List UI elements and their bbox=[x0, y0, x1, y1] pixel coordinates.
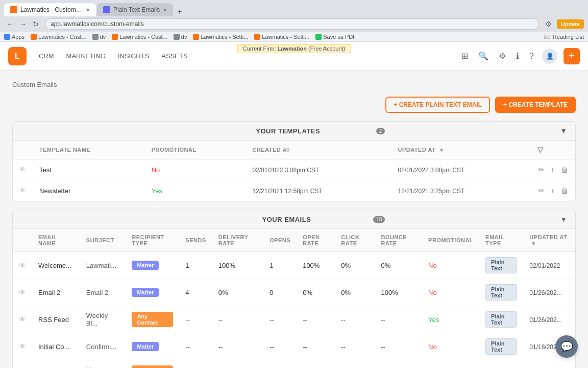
bookmark-save-pdf[interactable]: Save as PDF bbox=[315, 34, 356, 40]
recipient-type-cell: Any Contact bbox=[132, 365, 173, 368]
bookmark-lawmatics1[interactable]: Lawmatics - Cust... bbox=[31, 34, 86, 40]
help-icon-btn[interactable]: ? bbox=[527, 50, 536, 63]
browser-chrome: Lawmatics - Custom Emails ✕ Plain Text E… bbox=[0, 0, 588, 32]
visibility-icon[interactable]: 👁 bbox=[19, 187, 26, 195]
reading-list-label: Reading List bbox=[553, 34, 584, 40]
recipient-type-cell: Any Contact bbox=[132, 312, 173, 327]
new-tab-button[interactable]: + bbox=[174, 7, 185, 16]
edit-button[interactable]: ✏ bbox=[537, 165, 546, 175]
sends-cell: -- bbox=[185, 343, 190, 351]
settings-icon-btn[interactable]: ⚙ bbox=[497, 49, 508, 63]
emails-collapse-button[interactable]: ▼ bbox=[560, 215, 567, 223]
bookmark-lawmatics4[interactable]: Lawmatics - Setti... bbox=[254, 34, 309, 40]
tab-close-2[interactable]: ✕ bbox=[163, 7, 167, 13]
recipient-type-cell: Matter bbox=[132, 288, 159, 297]
created-at-cell: 02/01/2022 3:08pm CST bbox=[252, 167, 319, 174]
tab-close-1[interactable]: ✕ bbox=[86, 7, 90, 13]
header-actions: ⊞ 🔍 ⚙ ℹ ? 👤 + bbox=[459, 48, 580, 64]
promotional-em-cell: No bbox=[428, 343, 437, 351]
browser-actions: ⚙ Update bbox=[543, 19, 584, 29]
opens-cell: -- bbox=[270, 316, 274, 324]
visibility-icon[interactable]: 👁 bbox=[19, 342, 26, 351]
refresh-button[interactable]: ↻ bbox=[31, 19, 41, 29]
firm-banner-prefix: Current Firm: bbox=[243, 45, 276, 52]
th-vis-em bbox=[13, 229, 32, 252]
create-plain-text-button[interactable]: + CREATE PLAIN TEXT EMAIL bbox=[385, 97, 490, 113]
bookmark-dv1[interactable]: dv bbox=[92, 34, 106, 40]
reading-list-icon: 📖 bbox=[544, 33, 551, 40]
reading-list-button[interactable]: 📖 Reading List bbox=[544, 33, 584, 40]
th-vis-tpl bbox=[13, 141, 33, 159]
url-bar[interactable]: app.lawmatics.com/custom-emails bbox=[45, 18, 539, 30]
templates-section: YOUR TEMPLATES 2 ▼ TEMPLATE NAME PROMOTI… bbox=[12, 121, 576, 201]
main-nav: CRM MARKETING INSIGHTS ASSETS bbox=[39, 50, 188, 62]
create-template-button[interactable]: + CREATE TEMPLATE bbox=[495, 97, 576, 113]
table-row: 👁 Email 2 Email 2 Matter 4 0% 0 0% 0% 10… bbox=[13, 279, 575, 306]
edit-button[interactable]: ✏ bbox=[537, 186, 546, 196]
open-rate-cell: -- bbox=[303, 343, 307, 351]
templates-collapse-button[interactable]: ▼ bbox=[560, 127, 567, 135]
th-promotional-em: PROMOTIONAL bbox=[422, 229, 479, 252]
bounce-rate-cell: -- bbox=[381, 343, 385, 351]
tab-1[interactable]: Lawmatics - Custom Emails ✕ bbox=[4, 3, 96, 16]
delivery-rate-cell: 100% bbox=[218, 262, 235, 269]
chat-widget[interactable]: 💬 bbox=[555, 335, 578, 358]
copy-button[interactable]: + bbox=[550, 165, 556, 175]
bookmark-lawmatics2[interactable]: Lawmatics - Cust... bbox=[112, 34, 167, 40]
visibility-icon[interactable]: 👁 bbox=[19, 261, 26, 269]
subject-cell: Email 2 bbox=[86, 289, 108, 296]
promotional-cell: Yes bbox=[152, 187, 162, 195]
subject-cell: Happy Ho... bbox=[86, 365, 106, 368]
visibility-icon[interactable]: 👁 bbox=[19, 315, 26, 324]
bookmark-icon-4 bbox=[254, 34, 260, 40]
app-header: Current Firm: Lawmation (Free Account) L… bbox=[0, 42, 588, 71]
emails-section: YOUR EMAILS 18 ▼ EMAIL NAME SUBJECT RECI… bbox=[12, 210, 576, 368]
forward-button[interactable]: → bbox=[17, 19, 29, 29]
page-content: Custom Emails + CREATE PLAIN TEXT EMAIL … bbox=[0, 71, 588, 368]
th-email-name: EMAIL NAME bbox=[32, 229, 80, 252]
click-rate-cell: 0% bbox=[341, 262, 351, 269]
bounce-rate-cell: 0% bbox=[381, 262, 390, 269]
open-rate-cell: 100% bbox=[303, 262, 320, 269]
th-open-rate: OPEN RATE bbox=[297, 229, 335, 252]
nav-assets[interactable]: ASSETS bbox=[161, 50, 187, 62]
bookmark-apps[interactable]: Apps bbox=[4, 34, 24, 40]
opens-cell: 1 bbox=[270, 262, 273, 269]
extensions-btn[interactable]: ⚙ bbox=[543, 19, 554, 29]
copy-button[interactable]: + bbox=[550, 186, 556, 196]
info-icon-btn[interactable]: ℹ bbox=[514, 49, 521, 63]
bookmark-lawmatics3[interactable]: Lawmatics - Setti... bbox=[193, 34, 248, 40]
tab-title-1: Lawmatics - Custom Emails bbox=[20, 6, 83, 13]
delivery-rate-cell: -- bbox=[218, 343, 223, 351]
emails-section-count: 18 bbox=[373, 216, 385, 223]
th-recipient-type: RECIPIENT TYPE bbox=[126, 229, 179, 252]
search-icon-btn[interactable]: 🔍 bbox=[476, 49, 491, 63]
templates-section-title: YOUR TEMPLATES bbox=[203, 127, 373, 135]
delete-button[interactable]: 🗑 bbox=[560, 186, 569, 196]
th-email-type: EMAIL TYPE bbox=[479, 229, 523, 252]
back-button[interactable]: ← bbox=[4, 19, 15, 29]
app-logo[interactable]: L bbox=[8, 47, 27, 65]
nav-insights[interactable]: INSIGHTS bbox=[118, 50, 149, 62]
nav-marketing[interactable]: MARKETING bbox=[66, 50, 106, 62]
bookmark-dv2[interactable]: dv bbox=[174, 34, 187, 40]
th-opens: OPENS bbox=[263, 229, 297, 252]
subject-cell: Confirmi... bbox=[86, 343, 116, 351]
visibility-icon[interactable]: 👁 bbox=[19, 288, 26, 296]
grid-icon-btn[interactable]: ⊞ bbox=[459, 49, 470, 63]
nav-crm[interactable]: CRM bbox=[39, 50, 54, 62]
bookmark-icon-dv1 bbox=[92, 34, 99, 40]
row-actions: ✏ + 🗑 bbox=[537, 186, 569, 196]
updated-at-em-cell: 02/01/2022 bbox=[529, 262, 560, 269]
emails-section-header: YOUR EMAILS 18 ▼ bbox=[13, 210, 575, 229]
open-rate-cell: 0% bbox=[303, 289, 312, 296]
visibility-icon[interactable]: 👁 bbox=[19, 166, 26, 174]
avatar-btn[interactable]: 👤 bbox=[542, 49, 557, 64]
delete-button[interactable]: 🗑 bbox=[560, 165, 569, 175]
filter-icon-tpl[interactable]: ▽ bbox=[537, 146, 544, 154]
subject-cell: Weekly Bl... bbox=[86, 312, 108, 327]
update-button[interactable]: Update bbox=[557, 19, 584, 29]
add-button[interactable]: + bbox=[564, 48, 580, 64]
subject-cell: Lawmati... bbox=[86, 262, 116, 269]
tab-2[interactable]: Plain Text Emails ✕ bbox=[97, 3, 173, 16]
